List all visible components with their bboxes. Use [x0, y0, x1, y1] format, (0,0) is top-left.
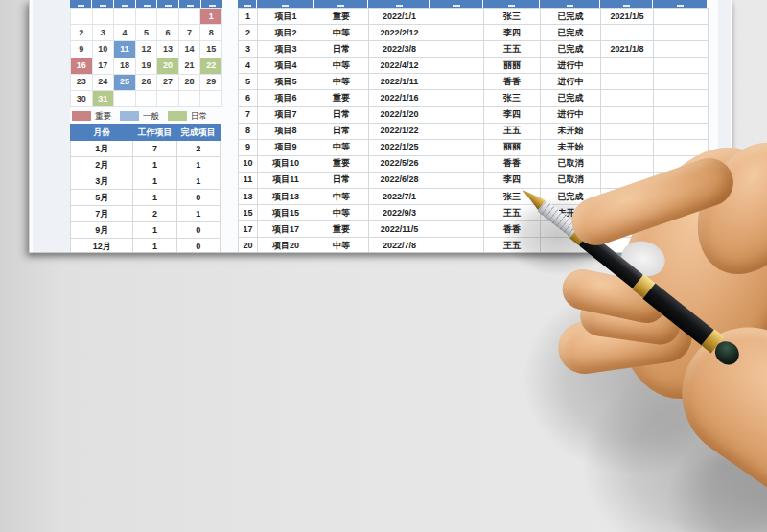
- project-cell: 10: [239, 155, 258, 172]
- project-cell: 日常: [314, 106, 369, 123]
- legend-swatch-daily: [168, 111, 187, 121]
- legend-item-normal: 一般: [120, 111, 159, 121]
- calendar-day-cell: 19: [135, 58, 157, 74]
- project-cell: 进行中: [541, 106, 601, 123]
- stats-header-completed-items: 完成项目: [176, 125, 220, 141]
- project-cell: 重要: [314, 155, 369, 172]
- project-cell: 2022/1/11: [369, 74, 430, 90]
- stats-cell: 5月: [71, 190, 133, 206]
- project-cell: 日常: [314, 123, 369, 139]
- calendar-day-cell: 11: [114, 41, 136, 58]
- project-cell: [430, 123, 484, 139]
- weekday-header-cell: [157, 0, 178, 8]
- stats-cell: 1: [176, 173, 220, 190]
- project-cell: 中等: [314, 139, 369, 155]
- project-cell: 2022/7/1: [369, 189, 430, 205]
- project-cell: [654, 74, 709, 90]
- project-cell: 2022/6/28: [369, 172, 430, 188]
- project-cell: 进行中: [541, 74, 601, 90]
- project-cell: 已取消: [541, 155, 601, 172]
- stats-cell: 0: [176, 190, 220, 206]
- project-row: 6项目6重要2022/1/16张三已完成: [239, 90, 709, 106]
- project-cell: 日常: [314, 172, 369, 188]
- project-cell: 中等: [314, 205, 369, 221]
- project-cell: [601, 58, 654, 74]
- project-cell: 项目1: [258, 9, 314, 25]
- stats-cell: 0: [176, 222, 220, 239]
- project-cell: 未开始: [541, 123, 601, 139]
- calendar-day-cell: 17: [92, 58, 114, 74]
- project-cell: 王五: [484, 41, 541, 58]
- calendar-day-cell: 25: [114, 74, 136, 90]
- project-cell: 7: [239, 106, 258, 123]
- project-cell: 项目10: [258, 155, 314, 172]
- project-cell: 项目15: [258, 205, 314, 221]
- project-cell: 项目5: [258, 74, 314, 90]
- project-cell: 项目7: [258, 106, 314, 123]
- projects-table-header: [238, 0, 708, 8]
- calendar-day-cell: [114, 9, 136, 25]
- calendar-day-cell: 15: [200, 41, 222, 58]
- stats-cell: 1月: [71, 141, 133, 157]
- project-row: 8项目8日常2022/1/22王五未开始: [239, 123, 709, 139]
- calendar-day-cell: [92, 9, 114, 25]
- projects-header-cell: [238, 0, 256, 8]
- project-cell: 已完成: [541, 9, 601, 25]
- calendar-day-cell: 12: [135, 41, 157, 58]
- project-cell: 已完成: [541, 41, 601, 58]
- stats-cell: 1: [133, 173, 176, 190]
- calendar-day-cell: [71, 9, 93, 25]
- projects-header-cell: [653, 0, 707, 8]
- calendar-day-cell: 28: [178, 74, 200, 90]
- weekday-header-cell: [114, 0, 135, 8]
- project-cell: [430, 172, 484, 188]
- project-cell: 张三: [484, 90, 541, 106]
- project-cell: [601, 74, 654, 90]
- project-cell: [430, 90, 484, 106]
- calendar-day-cell: 2: [71, 25, 93, 41]
- project-row: 1项目1重要2022/1/1张三已完成2021/1/5: [239, 9, 709, 25]
- project-row: 5项目5中等2022/1/11香香进行中: [239, 74, 709, 90]
- project-cell: 项目11: [258, 172, 314, 188]
- calendar-day-cell: 14: [178, 41, 200, 58]
- legend-item-important: 重要: [72, 111, 111, 121]
- calendar-day-cell: [135, 90, 157, 106]
- project-cell: [430, 9, 484, 25]
- project-cell: 2021/1/5: [601, 9, 654, 25]
- projects-header-cell: [483, 0, 539, 8]
- project-cell: [601, 139, 654, 155]
- project-cell: 17: [239, 221, 258, 238]
- project-cell: 13: [239, 189, 258, 205]
- calendar-day-cell: 23: [71, 74, 93, 90]
- project-cell: 项目6: [258, 90, 314, 106]
- project-cell: 2022/11/5: [369, 221, 430, 238]
- calendar-day-cell: [157, 9, 179, 25]
- stats-cell: 2月: [71, 157, 133, 173]
- stats-cell: 1: [133, 239, 176, 254]
- stats-header-month: 月份: [71, 125, 133, 141]
- calendar-weekday-header: [70, 0, 222, 8]
- monthly-stats-table: 月份 工作项目 完成项目 1月722月113月115月107月219月1012月…: [70, 124, 221, 253]
- project-cell: 2022/1/20: [369, 106, 430, 123]
- project-cell: [654, 106, 709, 123]
- legend-label-normal: 一般: [143, 112, 159, 121]
- project-cell: 张三: [484, 9, 541, 25]
- stats-cell: 1: [133, 190, 176, 206]
- calendar-day-cell: [200, 90, 222, 106]
- stats-cell: 0: [176, 239, 220, 254]
- project-cell: [430, 25, 484, 41]
- project-cell: 项目17: [258, 221, 314, 238]
- project-cell: 李四: [484, 25, 541, 41]
- project-cell: 5: [239, 74, 258, 90]
- projects-header-cell: [257, 0, 313, 8]
- project-cell: 9: [239, 139, 258, 155]
- project-cell: [601, 155, 654, 172]
- calendar-day-cell: 7: [178, 25, 200, 41]
- stats-cell: 1: [176, 157, 220, 173]
- project-cell: 王五: [484, 123, 541, 139]
- project-cell: [430, 58, 484, 74]
- project-cell: 丽丽: [484, 139, 541, 155]
- stats-cell: 7: [133, 141, 176, 157]
- calendar-day-cell: 6: [157, 25, 179, 41]
- project-cell: 中等: [314, 58, 369, 74]
